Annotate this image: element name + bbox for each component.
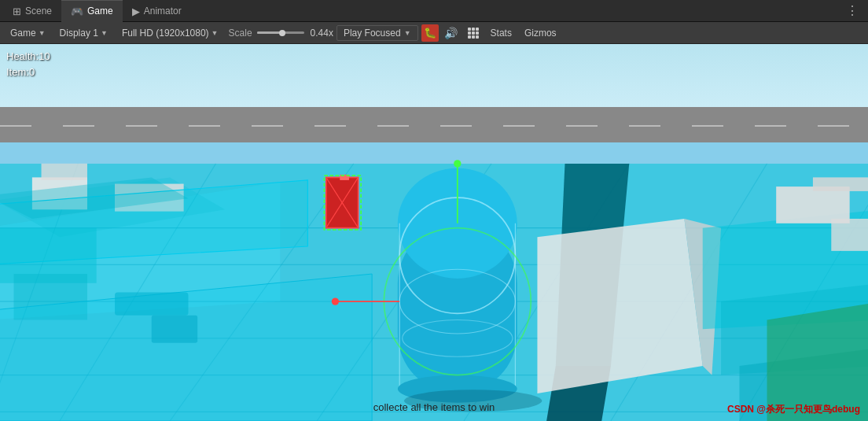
svg-point-54	[454, 160, 461, 167]
audio-icon: 🔊	[444, 27, 458, 39]
tab-animator-label: Animator	[144, 6, 182, 17]
tab-bar-right: ⋮	[840, 2, 865, 20]
svg-rect-17	[42, 164, 87, 180]
game-viewport[interactable]: Health:10 Item:0 collecte all the items …	[0, 44, 868, 421]
svg-marker-39	[537, 219, 702, 393]
tab-bar: ⊞ Scene 🎮 Game ▶ Animator ⋮	[0, 0, 868, 22]
tab-game-label: Game	[87, 6, 113, 17]
tab-scene-label: Scene	[25, 6, 52, 17]
svg-rect-50	[152, 316, 197, 343]
tab-game[interactable]: 🎮 Game	[61, 0, 123, 22]
bug-icon-button[interactable]: 🐛	[421, 24, 439, 42]
grid-icon	[468, 28, 479, 39]
audio-button[interactable]: 🔊	[442, 24, 461, 42]
scale-slider-fill	[257, 31, 281, 34]
animator-icon: ▶	[132, 6, 140, 17]
svg-rect-44	[776, 186, 849, 223]
play-focused-arrow: ▼	[404, 29, 411, 37]
watermark: CSDN @杀死一只知更鸟debug	[727, 403, 860, 416]
game-icon: 🎮	[71, 6, 83, 17]
scale-slider[interactable]	[257, 31, 304, 34]
resolution-dropdown-arrow: ▼	[211, 29, 219, 37]
play-focused-dropdown[interactable]: Play Focused ▼	[337, 25, 418, 41]
scale-value: 0.44x	[311, 28, 333, 39]
svg-point-55	[332, 297, 339, 305]
game-dropdown-label: Game	[10, 28, 36, 39]
svg-rect-45	[813, 177, 868, 191]
grid-button[interactable]	[464, 24, 483, 42]
stats-button[interactable]: Stats	[486, 26, 517, 40]
game-dropdown[interactable]: Game ▼	[5, 25, 51, 41]
tab-animator[interactable]: ▶ Animator	[123, 0, 191, 22]
scale-label: Scale	[229, 28, 252, 39]
resolution-label: Full HD (1920x1080)	[122, 28, 209, 39]
display-dropdown[interactable]: Display 1 ▼	[54, 25, 113, 41]
scene-svg	[0, 44, 868, 421]
scale-slider-thumb	[279, 30, 285, 36]
play-focused-label: Play Focused	[344, 28, 401, 39]
tab-scene[interactable]: ⊞ Scene	[3, 0, 61, 22]
display-dropdown-arrow: ▼	[101, 29, 108, 37]
svg-rect-46	[831, 219, 868, 251]
svg-rect-49	[115, 292, 188, 315]
resolution-dropdown[interactable]: Full HD (1920x1080) ▼	[116, 25, 224, 41]
display-label: Display 1	[60, 28, 98, 39]
scene-icon: ⊞	[13, 6, 21, 17]
bug-icon: 🐛	[424, 27, 436, 39]
game-dropdown-arrow: ▼	[39, 29, 46, 37]
svg-point-36	[404, 390, 542, 412]
gizmos-button[interactable]: Gizmos	[520, 26, 561, 40]
toolbar: Game ▼ Display 1 ▼ Full HD (1920x1080) ▼…	[0, 22, 868, 44]
kebab-menu-button[interactable]: ⋮	[840, 2, 865, 20]
